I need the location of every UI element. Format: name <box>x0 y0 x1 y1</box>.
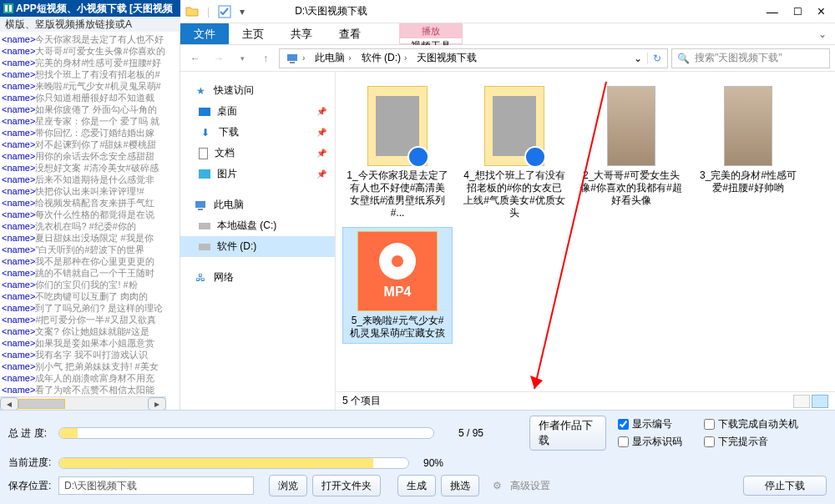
crumb-1[interactable]: 软件 (D:) › <box>357 51 412 65</box>
qat-dropdown[interactable]: ▾ <box>240 6 245 18</box>
search-input[interactable]: 🔍 搜索"天图视频下载" <box>671 48 830 68</box>
refresh-button[interactable]: ↻ <box>647 53 666 64</box>
nav-pictures[interactable]: 图片📌 <box>180 164 335 184</box>
tab-file[interactable]: 文件 <box>180 23 229 44</box>
file-item[interactable]: MP45_来晚啦#元气少女#机灵鬼呆萌#宝藏女孩 <box>342 227 453 344</box>
pick-button[interactable]: 挑选 <box>441 475 479 496</box>
show-number-checkbox[interactable]: 显示编号 <box>618 417 682 431</box>
list-item[interactable]: <name>用你的余话去怀念安全感甜甜 <box>2 150 180 162</box>
nav-quick-access[interactable]: ★快速访问 <box>180 80 335 101</box>
item-count: 5 个项目 <box>342 394 381 408</box>
list-item[interactable]: <name>今天你家我是去定了有人也不好 <box>2 33 180 45</box>
list-item[interactable]: <name>对不起谏到你了#甜妹#樱桃甜 <box>2 139 180 150</box>
list-item[interactable]: <name>成年人的崩溃啥富身材不用充 <box>2 372 180 384</box>
list-item[interactable]: <name>星座专家：你是一个 爱了吗 就 <box>2 115 180 127</box>
nav-disk-c[interactable]: 本地磁盘 (C:) <box>180 215 335 236</box>
list-item[interactable]: <name>你们的宝贝们我的宝! #粉 <box>2 279 180 290</box>
forward-button[interactable]: → <box>209 48 229 68</box>
breadcrumb-bar[interactable]: › 此电脑 › 软件 (D:) › 天图视频下载 ⌄ ↻ <box>279 48 668 68</box>
list-item[interactable]: <name>看了为啥不点赞不相信太阳能 <box>2 384 180 396</box>
list-item[interactable]: <name>夏日甜妹出没场限定 #我是你 <box>2 232 180 244</box>
list-item[interactable]: <name>如果你疲倦了 外面勾心斗角的 <box>2 103 180 115</box>
scroll-thumb[interactable] <box>18 399 65 409</box>
nav-documents[interactable]: 文档📌 <box>180 143 335 164</box>
list-item[interactable]: <name>如果我是妾如果本小姐愿意赏 <box>2 337 180 349</box>
list-item[interactable]: <name>你只知道相册很好却不知道截 <box>2 92 180 103</box>
crumb-2[interactable]: 天图视频下载 <box>412 51 482 65</box>
show-barcode-checkbox[interactable]: 显示标识码 <box>618 435 682 449</box>
close-button[interactable]: × <box>817 4 825 19</box>
download-icon: ⬇ <box>199 126 212 139</box>
file-name: 5_来晚啦#元气少女#机灵鬼呆萌#宝藏女孩 <box>347 315 448 340</box>
explorer-body: ★快速访问 桌面📌 ⬇下载📌 文档📌 图片📌 此电脑 本地磁盘 (C:) 软件 … <box>180 72 835 410</box>
list-item[interactable]: <name>不吃肉键可以互删了 肉肉的 <box>2 290 180 302</box>
list-item[interactable]: <name>别小气 把弟弟妹妹支持! #美女 <box>2 360 180 372</box>
file-item[interactable]: 4_想找个班上了有没有招老板的#你的女友已上线#气质美女#优质女头 <box>459 82 569 224</box>
list-item[interactable]: <name>#把可爱分你一半#又甜又欲真 <box>2 314 180 325</box>
list-item[interactable]: <name>跳的不错就自己一个干王随时 <box>2 267 180 279</box>
auto-shutdown-checkbox[interactable]: 下载完成自动关机 <box>704 417 798 431</box>
list-item[interactable]: <name>到了了吗兄弟们? 是这样的理论 <box>2 302 180 314</box>
nav-disk-d[interactable]: 软件 (D:) <box>180 236 335 257</box>
generate-button[interactable]: 生成 <box>397 475 436 496</box>
file-item[interactable]: 2_大哥哥#可爱女生头像#你喜欢的我都有#超好看头像 <box>576 82 686 224</box>
view-thumbs-button[interactable] <box>812 395 828 408</box>
beep-checkbox[interactable]: 下完提示音 <box>704 435 798 449</box>
save-path-input[interactable] <box>58 476 254 495</box>
open-folder-button[interactable]: 打开文件夹 <box>312 475 381 496</box>
list-item[interactable]: <name>我不是那种在你心里更更更的 <box>2 255 180 267</box>
folder-icon[interactable] <box>185 5 199 18</box>
list-item[interactable]: <name>想找个班上了有没有招老板的# <box>2 68 180 80</box>
list-item[interactable]: <name>我有名字 我不叫打游戏认识 <box>2 349 180 360</box>
svg-rect-4 <box>287 54 297 61</box>
nav-downloads[interactable]: ⬇下载📌 <box>180 122 335 143</box>
list-item[interactable]: <name>带你回忆：恋爱订婚结婚出嫁 <box>2 127 180 139</box>
up-button[interactable]: ↑ <box>256 48 276 68</box>
list-item[interactable]: <name>来晚啦#元气少女#机灵鬼呆萌# <box>2 80 180 92</box>
tab-home[interactable]: 主页 <box>229 23 277 44</box>
list-item[interactable]: <name>后来不知道期待是什么感觉非 <box>2 174 180 185</box>
contextual-tab-play[interactable]: 播放 视频工具 <box>399 23 463 44</box>
file-view[interactable]: 1_今天你家我是去定了有人也不好使#高清美女壁纸#渣男壁纸系列#...4_想找个… <box>336 72 835 410</box>
mp4-thumb: MP4 <box>357 231 438 311</box>
scroll-track[interactable] <box>18 397 148 410</box>
recent-button[interactable]: ▾ <box>232 48 252 68</box>
scroll-left[interactable]: ◂ <box>0 397 18 410</box>
view-details-button[interactable] <box>793 395 810 408</box>
advanced-settings-link[interactable]: 高级设置 <box>510 479 550 493</box>
video-list[interactable]: <name>今天你家我是去定了有人也不好<name>大哥哥#可爱女生头像#你喜欢… <box>0 32 180 410</box>
file-item[interactable]: 1_今天你家我是去定了有人也不好使#高清美女壁纸#渣男壁纸系列#... <box>342 82 453 224</box>
h-scrollbar[interactable]: ◂ ▸ <box>0 396 166 410</box>
list-item[interactable]: <name>完美的身材#性感可爱#扭腰#好 <box>2 57 180 68</box>
list-item[interactable]: <name>没想好文案 #清冷美女#破碎感 <box>2 162 180 174</box>
svg-rect-7 <box>198 209 203 210</box>
list-item[interactable]: <name>每次什么性格的都觉得是在说 <box>2 209 180 220</box>
crumb-0[interactable]: 此电脑 › <box>310 51 356 65</box>
scroll-right[interactable]: ▸ <box>148 397 166 410</box>
tab-view[interactable]: 查看 <box>326 23 374 44</box>
video-thumb <box>724 86 772 166</box>
total-progress-bar <box>58 427 434 439</box>
nav-thispc[interactable]: 此电脑 <box>180 194 335 215</box>
address-dropdown[interactable]: ⌄ <box>629 53 647 64</box>
nav-network[interactable]: 🖧网络 <box>180 267 335 288</box>
maximize-button[interactable]: ☐ <box>793 6 802 18</box>
browse-button[interactable]: 浏览 <box>269 475 307 496</box>
address-bar-row: ← → ▾ ↑ › 此电脑 › 软件 (D:) › 天图视频下载 ⌄ ↻ 🔍 搜… <box>180 45 835 72</box>
list-item[interactable]: <name>文案? 你让她姐妹就能#这是 <box>2 325 180 337</box>
list-item[interactable]: <name>给视频发稿配音友来拼手气红 <box>2 197 180 209</box>
checkbox-icon[interactable] <box>218 5 231 18</box>
list-item[interactable]: <name>大哥哥#可爱女生头像#你喜欢的 <box>2 45 180 57</box>
list-item[interactable]: <name>快把你认出来叫来评评理!# <box>2 185 180 197</box>
nav-desktop[interactable]: 桌面📌 <box>180 101 335 122</box>
svg-rect-2 <box>9 5 12 12</box>
list-item[interactable]: <name>"白天听到的#碧波下的世界 <box>2 244 180 255</box>
minimize-button[interactable]: — <box>767 5 778 18</box>
list-item[interactable]: <name>洗衣机在吗? #纪委#你的 <box>2 220 180 232</box>
author-works-button[interactable]: 作者作品下载 <box>529 416 606 451</box>
file-item[interactable]: 3_完美的身材#性感可爱#扭腰#好帅哟 <box>693 82 803 224</box>
stop-download-button[interactable]: 停止下载 <box>743 476 827 496</box>
back-button[interactable]: ← <box>185 48 205 68</box>
tab-share[interactable]: 共享 <box>277 23 326 44</box>
ribbon-expand[interactable]: ⌄ <box>810 23 835 44</box>
